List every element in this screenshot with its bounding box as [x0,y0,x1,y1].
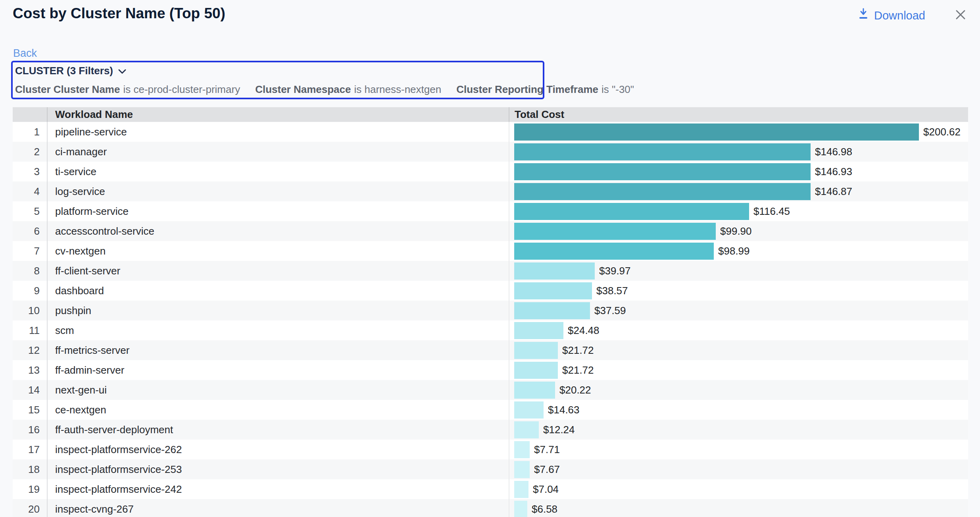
filter-condition-field: Cluster Reporting Timeframe [456,83,598,95]
row-rank: 19 [13,479,47,499]
cost-value: $38.57 [596,285,628,297]
total-cost-cell: $99.90 [509,221,968,241]
workload-name: scm [47,320,509,340]
cost-value: $7.67 [534,463,560,476]
cost-bar [514,302,590,319]
row-rank: 20 [13,499,47,517]
cost-bar [514,282,592,299]
cost-value: $20.22 [559,384,591,396]
workload-name-column-header: Workload Name [47,107,509,122]
filter-condition-value: is "-30" [601,83,634,95]
cost-bar [514,382,555,399]
cost-value: $7.04 [533,483,559,496]
table-row: 6 accesscontrol-service $99.90 [13,221,968,241]
cost-table: Workload Name Total Cost 1 pipeline-serv… [13,107,968,517]
workload-name: ce-nextgen [47,400,509,420]
total-cost-cell: $200.62 [509,122,968,142]
filter-condition-value: is harness-nextgen [354,83,442,95]
total-cost-cell: $98.99 [509,241,968,261]
cost-value: $116.45 [753,205,790,218]
cost-value: $98.99 [718,245,750,257]
download-icon [857,7,870,24]
table-row: 20 inspect-cvng-267 $6.58 [13,499,968,517]
cost-value: $37.59 [594,305,626,317]
cost-bar [514,322,563,339]
workload-name: ff-metrics-server [47,340,509,360]
cost-value: $146.93 [815,166,852,178]
filter-condition[interactable]: Cluster Namespaceis harness-nextgen [255,83,441,96]
back-link[interactable]: Back [13,47,37,59]
total-cost-cell: $14.63 [509,400,968,420]
total-cost-cell: $7.67 [509,459,968,479]
workload-name: ff-client-server [47,261,509,281]
row-rank: 14 [13,380,47,400]
close-button[interactable] [952,7,969,24]
row-rank: 5 [13,201,47,221]
filter-condition[interactable]: Cluster Cluster Nameis ce-prod-cluster-p… [15,83,240,96]
row-rank: 6 [13,221,47,241]
chevron-down-icon [118,65,127,77]
cost-value: $146.98 [815,146,852,158]
total-cost-cell: $146.98 [509,142,968,162]
cost-bar [514,183,811,200]
table-row: 1 pipeline-service $200.62 [13,122,968,142]
download-button[interactable]: Download [857,8,925,23]
total-cost-cell: $12.24 [509,420,968,440]
rank-column-header [13,107,47,122]
total-cost-cell: $20.22 [509,380,968,400]
table-row: 9 dashboard $38.57 [13,281,968,301]
table-scroll-area[interactable]: 1 pipeline-service $200.62 2 ci-manager … [13,122,968,517]
workload-name: inspect-cvng-267 [47,499,509,517]
row-rank: 13 [13,360,47,380]
total-cost-cell: $21.72 [509,360,968,380]
cost-bar [514,262,595,280]
row-rank: 10 [13,301,47,320]
row-rank: 2 [13,142,47,162]
close-icon [955,9,967,22]
workload-name: log-service [47,181,509,201]
cost-value: $99.90 [720,225,752,237]
table-row: 5 platform-service $116.45 [13,201,968,221]
table-row: 3 ti-service $146.93 [13,162,968,181]
workload-name: pushpin [47,301,509,320]
table-row: 12 ff-metrics-server $21.72 [13,340,968,360]
row-rank: 1 [13,122,47,142]
filter-conditions: Cluster Cluster Nameis ce-prod-cluster-p… [15,83,543,96]
filter-group-toggle[interactable]: CLUSTER (3 Filters) [15,64,543,77]
download-label: Download [874,8,925,23]
table-row: 4 log-service $146.87 [13,181,968,201]
table-row: 14 next-gen-ui $20.22 [13,380,968,400]
cost-value: $39.97 [599,265,631,277]
row-rank: 16 [13,420,47,440]
cost-value: $146.87 [815,185,852,198]
table-row: 18 inspect-platformservice-253 $7.67 [13,459,968,479]
workload-name: cv-nextgen [47,241,509,261]
row-rank: 12 [13,340,47,360]
workload-name: dashboard [47,281,509,301]
cost-value: $14.63 [548,404,580,416]
table-row: 2 ci-manager $146.98 [13,142,968,162]
row-rank: 7 [13,241,47,261]
row-rank: 17 [13,440,47,459]
cost-value: $7.71 [534,444,560,456]
filter-condition[interactable]: Cluster Reporting Timeframeis "-30" [456,83,634,96]
cost-value: $24.48 [568,324,600,337]
total-cost-cell: $38.57 [509,281,968,301]
table-row: 15 ce-nextgen $14.63 [13,400,968,420]
cost-bar [514,421,539,438]
table-row: 17 inspect-platformservice-262 $7.71 [13,440,968,459]
filter-condition-field: Cluster Namespace [255,83,351,95]
workload-name: pipeline-service [47,122,509,142]
table-row: 16 ff-auth-server-deployment $12.24 [13,420,968,440]
row-rank: 3 [13,162,47,181]
cost-bar [514,461,530,478]
table-row: 8 ff-client-server $39.97 [13,261,968,281]
total-cost-column-header: Total Cost [509,107,968,122]
cost-value: $12.24 [543,424,575,436]
table-row: 13 ff-admin-server $21.72 [13,360,968,380]
total-cost-cell: $21.72 [509,340,968,360]
cost-value: $200.62 [923,126,961,138]
row-rank: 11 [13,320,47,340]
cost-bar [514,481,528,498]
table-row: 11 scm $24.48 [13,320,968,340]
